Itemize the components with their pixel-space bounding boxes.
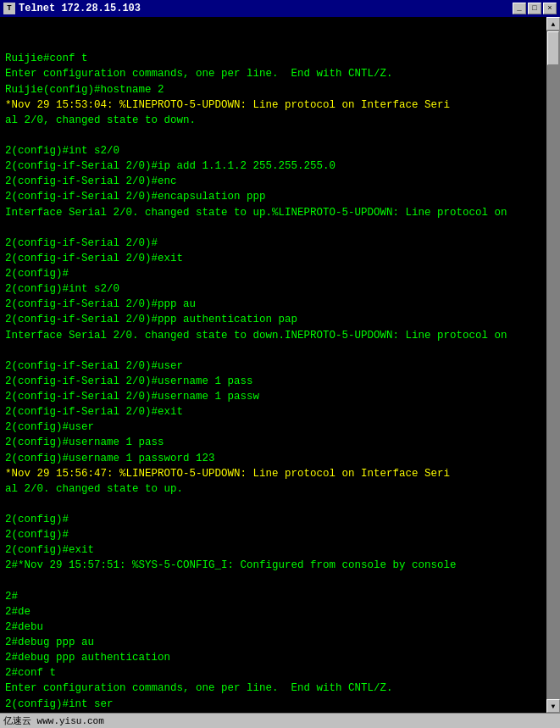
terminal-line — [5, 343, 541, 358]
terminal-line: Interface Serial 2/0. changed state to d… — [5, 328, 541, 343]
scroll-up-arrow[interactable]: ▲ — [546, 17, 560, 31]
terminal-line: Ruijie#conf t — [5, 51, 541, 66]
scroll-down-arrow[interactable]: ▼ — [546, 699, 560, 713]
terminal-icon: T — [3, 3, 15, 14]
terminal-line — [5, 574, 541, 589]
title-bar: T Telnet 172.28.15.103 _ □ × — [0, 0, 560, 17]
terminal-line: Enter configuration commands, one per li… — [5, 66, 541, 81]
title-bar-left: T Telnet 172.28.15.103 — [3, 3, 141, 14]
terminal-line: 2#*Nov 29 15:57:51: %SYS-5-CONFIG_I: Con… — [5, 558, 541, 573]
terminal-line: 2#debu — [5, 620, 541, 635]
terminal-output[interactable]: Ruijie#conf tEnter configuration command… — [0, 17, 546, 713]
terminal-line: 2(config)# — [5, 527, 541, 542]
window-controls: _ □ × — [513, 3, 557, 14]
terminal-line: 2#debug ppp authentication — [5, 650, 541, 665]
scroll-track[interactable] — [546, 31, 560, 699]
terminal-line: 2#de — [5, 604, 541, 620]
terminal-line: 2#conf t — [5, 665, 541, 681]
terminal-line: al 2/0, changed state to down. — [5, 113, 541, 128]
terminal-line: Enter configuration commands, one per li… — [5, 681, 541, 696]
terminal-line: 2(config-if-Serial 2/0)#ppp authenticati… — [5, 312, 541, 327]
terminal-line: Interface Serial 2/0. changed state to u… — [5, 205, 541, 220]
terminal-window: T Telnet 172.28.15.103 _ □ × Ruijie#conf… — [0, 0, 560, 728]
terminal-line: 2(config-if-Serial 2/0)#encapsulation pp… — [5, 189, 541, 204]
terminal-line: 2(config)#user — [5, 420, 541, 435]
terminal-line: 2(config)#username 1 password 123 — [5, 451, 541, 466]
terminal-line: 2(config)#exit — [5, 542, 541, 558]
terminal-line: 2(config)#int s2/0 — [5, 143, 541, 158]
status-text: 亿速云 www.yisu.com — [3, 714, 104, 727]
terminal-line: 2(config)#int ser — [5, 697, 541, 712]
minimize-button[interactable]: _ — [513, 3, 526, 14]
terminal-line: 2(config-if-Serial 2/0)#username 1 passw — [5, 389, 541, 404]
terminal-line: 2(config-if-Serial 2/0)#ip add 1.1.1.2 2… — [5, 158, 541, 174]
terminal-line — [5, 128, 541, 143]
terminal-line: al 2/0. changed state to up. — [5, 481, 541, 497]
terminal-line: 2#debug ppp au — [5, 635, 541, 650]
terminal-line: 2(config-if-Serial 2/0)#exit — [5, 404, 541, 420]
terminal-line: 2(config-if-Serial 2/0)#exit — [5, 251, 541, 266]
terminal-line: 2(config)#int s2/0 — [5, 281, 541, 297]
terminal-line: *Nov 29 15:53:04: %LINEPROTO-5-UPDOWN: L… — [5, 97, 541, 113]
scrollbar[interactable]: ▲ ▼ — [546, 17, 560, 713]
terminal-line: *Nov 29 15:56:47: %LINEPROTO-5-UPDOWN: L… — [5, 466, 541, 481]
terminal-line: 2(config-if-Serial 2/0)#ppp au — [5, 297, 541, 312]
window-title: Telnet 172.28.15.103 — [19, 3, 141, 14]
terminal-line: 2# — [5, 589, 541, 604]
terminal-line: Ruijie(config)#hostname 2 — [5, 82, 541, 97]
terminal-line — [5, 497, 541, 512]
terminal-line: 2(config-if-Serial 2/0)#enc — [5, 174, 541, 189]
status-bar: 亿速云 www.yisu.com — [0, 713, 560, 728]
terminal-line: 2(config-if-Serial 2/0)#username 1 pass — [5, 374, 541, 389]
maximize-button[interactable]: □ — [528, 3, 541, 14]
terminal-line — [5, 220, 541, 236]
terminal-line: 2(config)#username 1 pass — [5, 435, 541, 450]
terminal-line: 2(config-if-Serial 2/0)# — [5, 236, 541, 251]
close-button[interactable]: × — [543, 3, 557, 14]
terminal-line: 2(config-if-Serial 2/0)#user — [5, 358, 541, 374]
terminal-line: 2(config)# — [5, 266, 541, 281]
scroll-thumb[interactable] — [547, 31, 559, 65]
terminal-line: 2(config)# — [5, 512, 541, 527]
terminal-line: 2(config)#int serial 2/0 — [5, 712, 541, 713]
